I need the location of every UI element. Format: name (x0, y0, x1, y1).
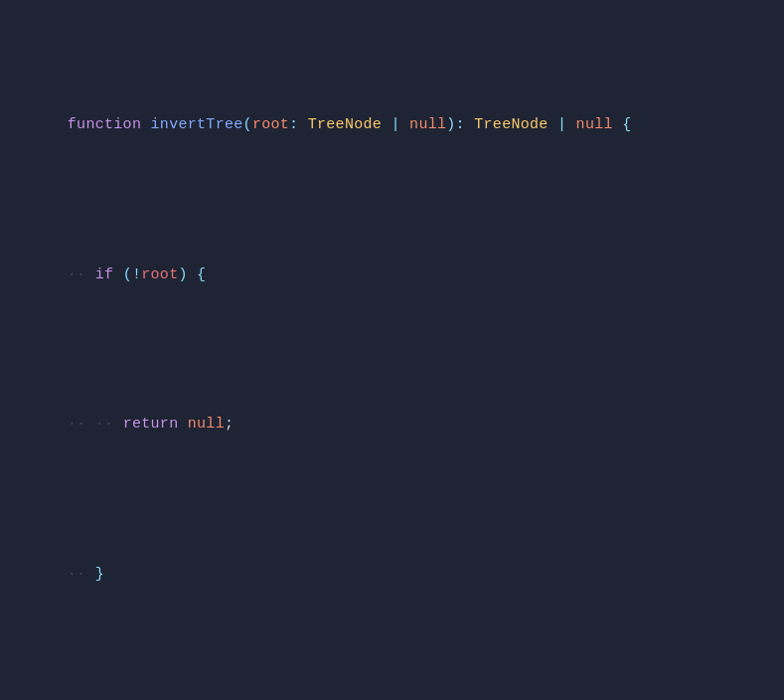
line-4: ·· } (12, 537, 772, 612)
line-2: ·· if (!root) { (12, 238, 772, 313)
keyword-if: if (95, 266, 114, 283)
function-name: invertTree (151, 116, 243, 133)
line-5 (12, 686, 772, 700)
line-3: ·· ·· return null; (12, 387, 772, 462)
code-editor: function invertTree(root: TreeNode | nul… (0, 8, 784, 700)
keyword-function: function (68, 116, 141, 133)
keyword-return: return (123, 416, 179, 433)
line-1: function invertTree(root: TreeNode | nul… (12, 88, 772, 163)
